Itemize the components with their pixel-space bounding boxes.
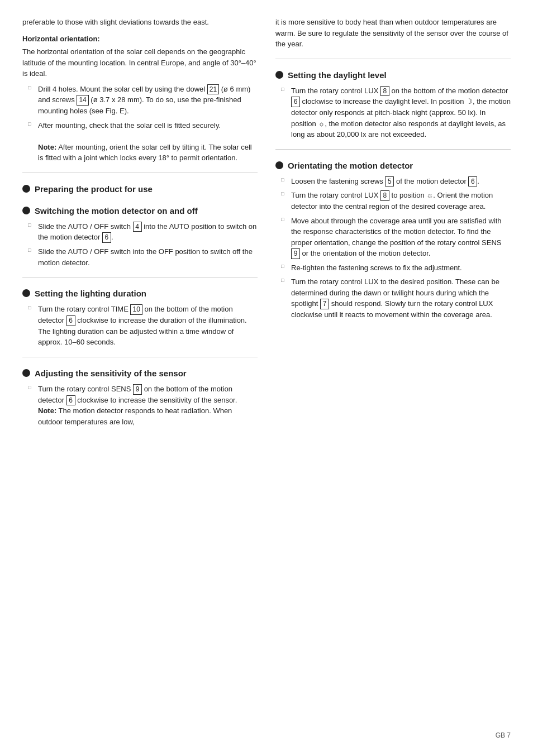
move-text: Move about through the coverage area unt… — [291, 217, 502, 247]
num-9a: 9 — [133, 384, 142, 395]
divider-right-2 — [275, 149, 511, 150]
switching-heading-text: Switching the motion detector on and off — [35, 205, 198, 217]
num-9b: 9 — [291, 248, 300, 259]
after-mounting-text: After mounting, check that the solar cel… — [38, 121, 221, 130]
horizontal-heading: Horizontal orientation: — [22, 34, 258, 45]
list-item-move: □ Move about through the coverage area u… — [275, 216, 511, 259]
num-6d: 6 — [291, 97, 300, 107]
bullet-dot-preparing — [22, 185, 30, 193]
lux2-before: Turn the rotary control LUX — [291, 191, 380, 199]
sensitivity-section-heading: Adjusting the sensitivity of the sensor — [22, 367, 258, 379]
turn-sens-after: clockwise to increase the sensitivity of… — [75, 396, 237, 404]
num-8a: 8 — [380, 86, 389, 97]
list-bullet-turn-lux3: □ — [281, 277, 288, 283]
page: preferable to those with slight deviatio… — [0, 0, 533, 756]
num-21: 21 — [207, 84, 219, 95]
note2-label: Note: — [38, 406, 56, 415]
orientating-section-heading: Orientating the motion detector — [275, 160, 511, 171]
list-item-drill: □ Drill 4 holes. Mount the solar cell by… — [22, 84, 258, 117]
turn-time-before: Turn the rotary control TIME — [38, 305, 130, 313]
footer-text: GB 7 — [496, 731, 511, 739]
note-label: Note: — [38, 143, 56, 151]
list-item-turn-lux: □ Turn the rotary control LUX 8 on the b… — [275, 85, 511, 140]
list-item-turn-lux2: □ Turn the rotary control LUX 8 to posit… — [275, 190, 511, 212]
list-text-turn-lux2: Turn the rotary control LUX 8 to positio… — [291, 190, 511, 212]
left-column: preferable to those with slight deviatio… — [22, 17, 258, 722]
list-item-loosen: □ Loosen the fastening screws 5 of the m… — [275, 176, 511, 187]
move-after: or the orientation of the motion detecto… — [300, 249, 430, 257]
lux-mid2: clockwise to increase the daylight level… — [300, 97, 466, 106]
intro-text: preferable to those with slight deviatio… — [22, 17, 258, 28]
list-text-drill: Drill 4 holes. Mount the solar cell by u… — [38, 84, 258, 117]
note2-text: The motion detector responds to heat rad… — [38, 406, 232, 426]
sun-symbol-1: ☼ — [318, 119, 325, 128]
lighting-section-heading: Setting the lighting duration — [22, 288, 258, 299]
list-text-after-mounting: After mounting, check that the solar cel… — [38, 120, 258, 164]
list-item-slide-off: □ Slide the AUTO / OFF switch into the O… — [22, 246, 258, 268]
num-6e: 6 — [468, 176, 477, 187]
divider-right-1 — [275, 59, 511, 59]
columns: preferable to those with slight deviatio… — [22, 17, 511, 722]
list-text-turn-lux3: Turn the rotary control LUX to the desir… — [291, 276, 511, 320]
list-item-turn-lux3: □ Turn the rotary control LUX to the des… — [275, 276, 511, 320]
list-item-turn-time: □ Turn the rotary control TIME 10 on the… — [22, 304, 258, 348]
list-bullet-slide-auto: □ — [28, 222, 35, 228]
divider-2 — [22, 277, 258, 277]
num-7: 7 — [320, 299, 329, 309]
list-text-turn-sens: Turn the rotary control SENS 9 on the bo… — [38, 384, 258, 428]
list-bullet-drill: □ — [28, 85, 35, 90]
divider-1 — [22, 173, 258, 173]
list-text-loosen: Loosen the fastening screws 5 of the mot… — [291, 176, 511, 187]
lux2-mid: to position — [389, 191, 427, 199]
loosen-after: . — [477, 177, 479, 185]
slide-auto-text-after: . — [111, 233, 113, 241]
lux-before: Turn the rotary control LUX — [291, 87, 380, 95]
num-6b: 6 — [66, 315, 75, 326]
orientating-heading-text: Orientating the motion detector — [288, 160, 413, 171]
list-item-turn-sens: □ Turn the rotary control SENS 9 on the … — [22, 384, 258, 428]
num-14: 14 — [77, 95, 88, 106]
switching-section-heading: Switching the motion detector on and off — [22, 205, 258, 217]
turn-sens-before: Turn the rotary control SENS — [38, 385, 133, 393]
list-text-turn-lux: Turn the rotary control LUX 8 on the bot… — [291, 85, 511, 140]
list-bullet-turn-lux2: □ — [281, 191, 288, 197]
drill-text-before: Drill 4 holes. Mount the solar cell by u… — [38, 85, 207, 93]
list-bullet-loosen: □ — [281, 177, 288, 183]
right-intro: it is more sensitive to body heat than w… — [275, 17, 511, 50]
bullet-dot-daylight — [275, 71, 283, 79]
moon-symbol: ☽ — [466, 97, 473, 106]
loosen-before: Loosen the fastening screws — [291, 177, 385, 185]
num-6a: 6 — [102, 232, 111, 243]
num-4: 4 — [133, 222, 142, 232]
lux-mid1: on the bottom of the motion detector — [389, 87, 508, 95]
num-10: 10 — [130, 304, 142, 315]
lighting-heading-text: Setting the lighting duration — [35, 288, 146, 299]
bullet-dot-orientating — [275, 161, 283, 169]
num-5: 5 — [385, 176, 394, 187]
list-text-slide-off: Slide the AUTO / OFF switch into the OFF… — [38, 246, 258, 268]
slide-auto-text-before: Slide the AUTO / OFF switch — [38, 222, 133, 231]
list-text-retighten: Re-tighten the fastening screws to fix t… — [291, 262, 511, 274]
sensitivity-heading-text: Adjusting the sensitivity of the sensor — [35, 367, 187, 379]
num-6c: 6 — [66, 395, 75, 406]
list-item-after-mounting: □ After mounting, check that the solar c… — [22, 120, 258, 164]
list-bullet-turn-time: □ — [28, 305, 35, 310]
list-item-slide-auto: □ Slide the AUTO / OFF switch 4 into the… — [22, 221, 258, 243]
list-item-retighten: □ Re-tighten the fastening screws to fix… — [275, 262, 511, 274]
sun-symbol-2: ☼ — [426, 191, 433, 199]
num-8b: 8 — [380, 190, 389, 201]
bullet-dot-switching — [22, 207, 30, 214]
preparing-heading-text: Preparing the product for use — [35, 183, 153, 195]
page-footer: GB 7 — [22, 722, 511, 739]
list-bullet-after-mounting: □ — [28, 121, 35, 127]
list-bullet-turn-lux: □ — [281, 87, 288, 92]
list-bullet-slide-off: □ — [28, 247, 35, 253]
loosen-mid: of the motion detector — [394, 177, 468, 185]
daylight-heading-text: Setting the daylight level — [288, 69, 387, 81]
list-bullet-turn-sens: □ — [28, 385, 35, 390]
list-text-slide-auto: Slide the AUTO / OFF switch 4 into the A… — [38, 221, 258, 243]
list-text-turn-time: Turn the rotary control TIME 10 on the b… — [38, 304, 258, 348]
bullet-dot-sensitivity — [22, 369, 30, 377]
daylight-section-heading: Setting the daylight level — [275, 69, 511, 81]
divider-3 — [22, 357, 258, 357]
